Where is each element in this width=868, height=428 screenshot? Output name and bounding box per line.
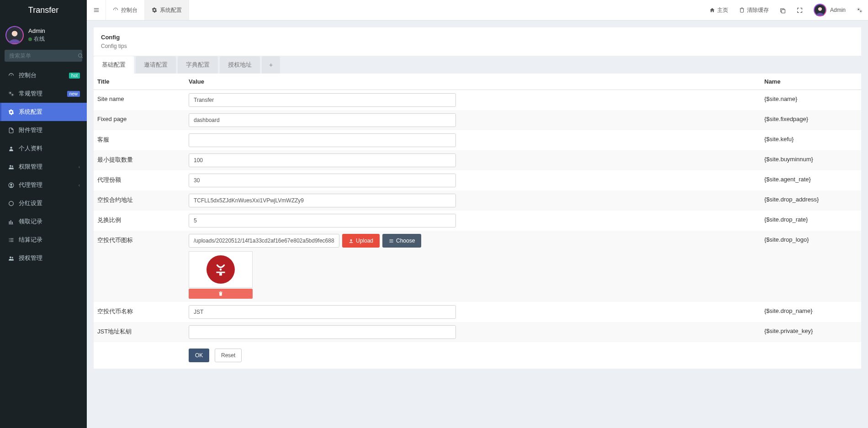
row-title: 空投合约地址	[94, 190, 185, 211]
sidebar-toggle[interactable]	[87, 0, 106, 20]
choose-button[interactable]: Choose	[382, 234, 421, 248]
row-title: Fixed page	[94, 110, 185, 130]
svg-rect-19	[10, 238, 13, 238]
topnav-user[interactable]: Admin	[808, 0, 851, 20]
table-row: 兑换比例{$site.drop_rate}	[94, 211, 861, 231]
value-input[interactable]	[189, 153, 456, 167]
value-input[interactable]	[189, 174, 456, 187]
svg-rect-16	[12, 222, 13, 223]
svg-point-33	[858, 8, 859, 10]
sidebar-menu: 控制台 hot 常规管理 new 系统配置 附件管理 个人资料 权限管理 ‹ 代…	[0, 66, 87, 267]
chevron-left-icon: ‹	[79, 183, 80, 188]
sidebar-item-general[interactable]: 常规管理 new	[0, 85, 87, 103]
svg-rect-17	[9, 224, 13, 224]
chevron-left-icon: ‹	[79, 164, 80, 169]
upload-button[interactable]: Upload	[342, 234, 380, 248]
row-value	[185, 322, 761, 342]
upload-path-input[interactable]	[189, 234, 339, 248]
config-tab-invite[interactable]: 邀请配置	[136, 56, 176, 74]
svg-point-13	[9, 201, 13, 206]
topnav-clear-cache[interactable]: 清除缓存	[734, 0, 774, 20]
row-name: {$site.buyminnum}	[761, 150, 861, 170]
row-value	[185, 90, 761, 111]
action-label: 清除缓存	[747, 6, 769, 14]
sidebar-item-attachment[interactable]: 附件管理	[0, 121, 87, 139]
sidebar-item-settlement[interactable]: 结算记录	[0, 231, 87, 249]
user-status-text: 在线	[34, 35, 45, 43]
topnav-home[interactable]: 主页	[704, 0, 734, 20]
col-header-name: Name	[761, 74, 861, 90]
home-icon	[709, 7, 715, 13]
svg-rect-21	[10, 239, 13, 240]
ok-button[interactable]: OK	[189, 349, 209, 362]
gear-icon	[152, 7, 157, 13]
value-input[interactable]	[189, 133, 456, 147]
value-input[interactable]	[189, 194, 456, 207]
sidebar-item-claim-record[interactable]: 领取记录	[0, 212, 87, 231]
svg-rect-42	[219, 273, 222, 276]
value-input[interactable]	[189, 93, 456, 107]
tab-label: 控制台	[121, 6, 138, 14]
value-input[interactable]	[189, 325, 456, 339]
row-name: {$site.drop_address}	[761, 190, 861, 211]
svg-rect-39	[389, 242, 393, 242]
sidebar-item-dividend[interactable]: 分红设置	[0, 194, 87, 212]
value-input[interactable]	[189, 113, 456, 127]
sidebar-item-label: 个人资料	[19, 144, 80, 153]
svg-line-3	[81, 57, 83, 58]
table-row: 空投合约地址{$site.drop_address}	[94, 190, 861, 211]
panel-title: Config	[101, 34, 854, 41]
topnav-fullscreen[interactable]	[791, 0, 808, 20]
config-tab-add[interactable]: +	[262, 56, 280, 74]
sidebar-item-label: 控制台	[19, 71, 69, 79]
sidebar-item-agent[interactable]: 代理管理 ‹	[0, 176, 87, 194]
row-title: 代理份额	[94, 170, 185, 190]
topnav-tab-console[interactable]: 控制台	[106, 0, 145, 20]
svg-point-35	[860, 11, 862, 12]
config-tab-basic[interactable]: 基础配置	[94, 56, 134, 74]
value-input[interactable]	[189, 214, 456, 227]
row-name: {$site.drop_rate}	[761, 211, 861, 231]
avatar	[814, 4, 826, 16]
col-header-value: Value	[185, 74, 761, 90]
row-title: Site name	[94, 90, 185, 111]
trash-icon	[218, 291, 223, 296]
topnav-tab-system-config[interactable]: 系统配置	[145, 0, 189, 20]
sidebar-item-authorization[interactable]: 授权管理	[0, 249, 87, 267]
row-value	[185, 150, 761, 170]
sidebar-item-label: 常规管理	[19, 90, 67, 98]
user-circle-icon	[7, 182, 15, 188]
user-name: Admin	[28, 27, 45, 34]
table-row: 空投代币图标 Upload Choose{$site.drop_logo}	[94, 231, 861, 302]
svg-point-4	[9, 92, 11, 93]
sidebar-item-label: 结算记录	[19, 236, 80, 244]
sidebar-item-permission[interactable]: 权限管理 ‹	[0, 158, 87, 176]
avatar[interactable]	[5, 26, 24, 44]
sidebar-item-profile[interactable]: 个人资料	[0, 139, 87, 158]
sidebar-item-system-config[interactable]: 系统配置	[0, 103, 87, 121]
config-tabs: 基础配置 邀请配置 字典配置 授权地址 +	[94, 56, 861, 74]
panel-subtitle: Config tips	[101, 43, 854, 49]
image-delete-button[interactable]	[189, 289, 253, 299]
logo-icon	[206, 255, 235, 284]
table-row: Fixed page{$site.fixedpage}	[94, 110, 861, 130]
topnav-settings[interactable]	[851, 0, 868, 20]
search-icon[interactable]	[78, 53, 84, 59]
image-preview-wrap	[189, 251, 757, 299]
search-input[interactable]	[9, 53, 78, 59]
topnav-language[interactable]	[774, 0, 791, 20]
row-title: 客服	[94, 130, 185, 150]
image-preview[interactable]	[189, 251, 253, 288]
svg-rect-14	[9, 221, 10, 223]
config-tab-auth[interactable]: 授权地址	[220, 56, 260, 74]
config-tab-dict[interactable]: 字典配置	[178, 56, 218, 74]
content: Config Config tips 基础配置 邀请配置 字典配置 授权地址 +…	[87, 21, 868, 375]
language-icon	[780, 7, 786, 13]
value-input[interactable]	[189, 305, 456, 319]
row-title: 空投代币名称	[94, 302, 185, 322]
row-name: {$site.name}	[761, 90, 861, 111]
upload-icon	[349, 238, 354, 243]
reset-button[interactable]: Reset	[215, 349, 242, 362]
gear-icon	[7, 109, 15, 115]
sidebar-item-console[interactable]: 控制台 hot	[0, 66, 87, 85]
